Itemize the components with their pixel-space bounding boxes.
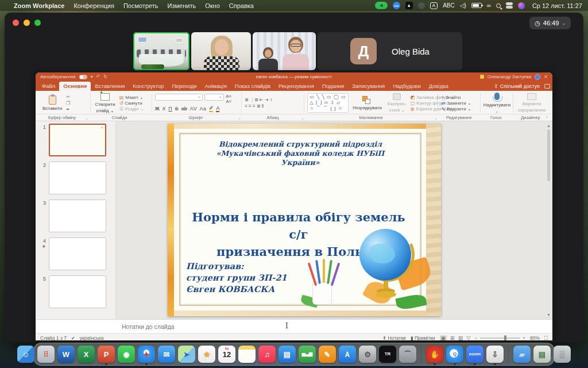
zoom-slider-track[interactable] <box>480 338 520 339</box>
grow-shrink-font-buttons[interactable]: А˄ А˅ <box>226 94 238 104</box>
dock-app-icon[interactable]: TR <box>379 346 396 363</box>
scrollbar-thumb[interactable] <box>547 129 550 181</box>
dictate-button[interactable]: Надиктувати ⌄ <box>482 92 512 114</box>
undo-icon[interactable]: ↶ <box>96 74 100 79</box>
highlight-color-button[interactable]: ✐ <box>209 105 214 112</box>
input-source-icon[interactable]: A <box>430 2 438 9</box>
video-tile-no-camera[interactable]: Д Oleg Bida <box>318 32 462 70</box>
dock-file-icon[interactable]: ▰ <box>513 346 531 363</box>
slide-author-text[interactable]: Підготував: студент групи ЗП-21 Євген КО… <box>186 260 287 295</box>
underline-button[interactable]: П <box>168 106 172 112</box>
menubar-menu-item[interactable]: Окно <box>205 2 220 9</box>
section-button[interactable]: ☰Розділ ⌄ <box>119 106 144 112</box>
character-spacing-button[interactable]: АV <box>190 106 197 112</box>
notes-pane[interactable]: Нотатки до слайда I <box>36 319 552 333</box>
input-abc-label[interactable]: ABC <box>443 2 455 9</box>
alignment-buttons[interactable]: ≡ ≡ ≡ ≣ ⫴ <box>245 103 272 109</box>
fullscreen-window-button[interactable] <box>34 20 41 26</box>
scroll-down-icon[interactable]: ▼ <box>546 313 551 317</box>
cut-button[interactable]: ✂ <box>66 94 70 99</box>
dock-app-icon[interactable]: Q <box>446 346 463 363</box>
dock-app-icon[interactable]: ⌒ <box>399 346 416 363</box>
ribbon-tab[interactable]: Подання <box>318 82 348 91</box>
dock-app-icon[interactable]: ▤ <box>278 346 296 363</box>
dock-app-icon[interactable]: ✦ <box>138 346 155 363</box>
dock-app-icon[interactable]: X <box>78 346 95 363</box>
zoom-slider-knob[interactable] <box>504 335 506 340</box>
signed-in-user[interactable]: Олександр Заступка <box>488 74 532 79</box>
volume-icon[interactable]: ◁) <box>460 2 466 9</box>
redo-icon[interactable]: ↻ <box>103 74 107 79</box>
dock-app-icon[interactable]: ❀ <box>198 346 215 363</box>
siri-icon[interactable] <box>518 2 525 9</box>
zoom-menubar-icon[interactable]: zm <box>393 2 400 9</box>
dock-app-icon[interactable]: ♫ <box>258 346 276 363</box>
format-painter-button[interactable]: ✒ <box>66 107 70 112</box>
video-tile-meeting-room[interactable] <box>133 32 189 70</box>
save-icon[interactable]: ▾ <box>91 74 93 79</box>
dock-app-icon[interactable]: Ａ <box>339 346 356 363</box>
status-dot-icon[interactable] <box>418 2 425 9</box>
strikethrough-button[interactable]: S <box>175 106 179 112</box>
screenshot-app-icon[interactable]: ▲ <box>405 2 413 9</box>
ribbon-tab[interactable]: Надбудови <box>389 82 425 91</box>
dialog-launcher-icon[interactable]: ⌟ <box>301 116 303 120</box>
camera-active-pill-icon[interactable]: ◄ <box>375 2 388 9</box>
ribbon-tab[interactable]: Файл <box>38 82 59 91</box>
shadow-button[interactable]: ab <box>181 106 187 112</box>
slideshow-button[interactable]: ▽ <box>466 335 470 340</box>
control-center-icon[interactable] <box>506 2 513 9</box>
menubar-clock[interactable]: Ср 12 лист. 11:27 <box>532 2 582 9</box>
close-window-button[interactable] <box>13 20 19 26</box>
layout-button[interactable]: ▤Макет ⌄ <box>119 95 144 100</box>
arrange-button[interactable]: Упорядкувати <box>351 95 384 111</box>
design-ideas-button[interactable]: Варіанти оформлення <box>516 93 547 113</box>
zoom-out-button[interactable]: − <box>475 335 478 340</box>
comments-toggle-button[interactable]: ▮ Примітки <box>411 335 435 340</box>
dock-app-icon[interactable]: ⠿ <box>37 346 55 363</box>
meeting-timer[interactable]: ◷ 46:49 ⌄ <box>529 17 571 29</box>
menubar-menu-item[interactable]: Конференция <box>74 2 114 9</box>
spellcheck-icon[interactable]: ✔ <box>71 336 75 341</box>
new-slide-button[interactable]: Створити слайд ⌄ <box>94 93 117 114</box>
quick-styles-button[interactable]: Експрес- стилі ⌄ <box>386 93 408 113</box>
battery-icon[interactable] <box>471 3 482 8</box>
normal-view-button[interactable]: ▣ <box>440 335 447 340</box>
ribbon-tab[interactable]: Довідка <box>425 82 452 91</box>
link-icon[interactable]: ∞ <box>487 2 491 9</box>
dock-app-icon[interactable]: ◉ <box>118 346 135 363</box>
dock-app-icon[interactable]: ➤ <box>178 346 195 363</box>
dock-app-icon[interactable]: W <box>57 346 75 363</box>
dock-app-icon[interactable]: zoom <box>466 346 483 363</box>
slide-thumbnail[interactable] <box>49 124 106 156</box>
dock-app-icon[interactable]: Ср 12 <box>218 346 235 363</box>
comments-icon[interactable] <box>544 84 550 89</box>
dialog-launcher-icon[interactable]: ⌟ <box>435 116 436 120</box>
ribbon-tab[interactable]: Переходи <box>168 82 201 91</box>
slide-subtitle-text[interactable]: Відокремлений структурний підрозділ «Мук… <box>194 140 407 167</box>
slide-thumbnail[interactable] <box>49 237 106 270</box>
slide-thumbnail[interactable] <box>49 200 106 232</box>
ribbon-tab[interactable]: Основне <box>59 82 91 91</box>
dialog-launcher-icon[interactable]: ˄ <box>546 116 548 119</box>
video-tile-participant[interactable] <box>191 32 251 70</box>
menubar-app-name[interactable]: Zoom Workplace <box>14 2 64 9</box>
slide-editor[interactable]: Відокремлений структурний підрозділ «Мук… <box>168 124 441 316</box>
dock-app-icon[interactable]: ⚙ <box>359 346 376 363</box>
ribbon-tab[interactable]: Вставлення <box>91 82 129 91</box>
dialog-launcher-icon[interactable]: ⌟ <box>238 116 240 120</box>
fit-slide-button[interactable]: ⛶ <box>544 335 548 341</box>
zoom-in-button[interactable]: + <box>523 335 525 340</box>
ribbon-tab[interactable]: Записування <box>348 82 389 91</box>
menubar-menu-item[interactable]: Изменить <box>168 2 196 9</box>
dock-app-icon[interactable]: ☺ <box>17 346 34 363</box>
ribbon-tab[interactable]: Показ слайдів <box>231 82 274 91</box>
dock-app-icon[interactable]: P <box>98 346 115 363</box>
font-size-select[interactable] <box>204 94 224 101</box>
user-avatar[interactable] <box>535 74 540 80</box>
vertical-scrollbar[interactable]: ▲ ▼ <box>546 124 551 317</box>
dock-app-icon[interactable] <box>238 346 256 363</box>
paste-button[interactable]: Вставити <box>41 95 64 112</box>
replace-button[interactable]: ⇄Замінити ⌄ <box>441 101 471 106</box>
dock-app-icon[interactable]: ⇩ <box>486 346 504 363</box>
